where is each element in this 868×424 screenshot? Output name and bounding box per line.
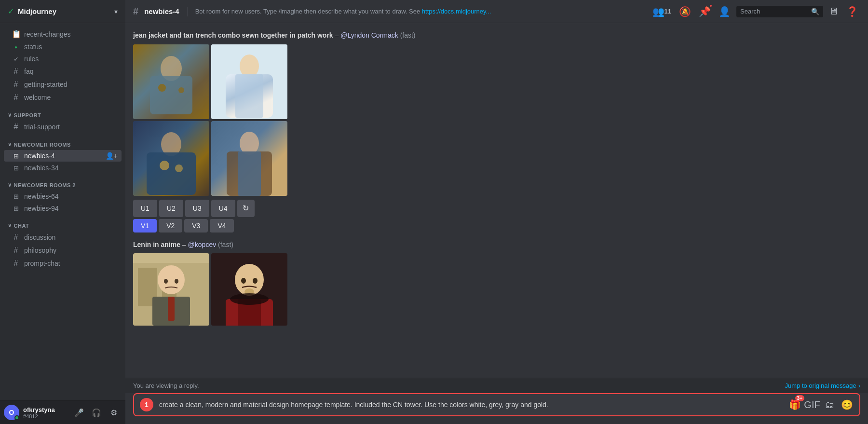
jacket-image-bl [133, 121, 209, 196]
section-header-newcomer-rooms[interactable]: ∨ NEWCOMER ROOMS [0, 134, 125, 150]
svg-point-24 [175, 279, 178, 284]
forum-icon: ⊞ [12, 164, 20, 172]
upscale-4-button[interactable]: U4 [211, 200, 235, 217]
refresh-button[interactable]: ↻ [237, 200, 255, 217]
sidebar-item-welcome[interactable]: # welcome [4, 91, 122, 104]
sidebar-item-philosophy[interactable]: # philosophy [4, 244, 122, 257]
status-icon: ● [12, 44, 20, 50]
vary-3-button[interactable]: V3 [184, 219, 208, 233]
sidebar-item-faq[interactable]: # faq [4, 65, 122, 78]
svg-point-31 [253, 278, 258, 284]
svg-rect-11 [147, 152, 196, 195]
sidebar-item-recent-changes[interactable]: 📋 recent-changes [4, 27, 122, 41]
user-tag: #4812 [23, 413, 68, 419]
sidebar-content: 📋 recent-changes ● status ✓ rules # faq … [0, 23, 125, 400]
sidebar-item-rules[interactable]: ✓ rules [4, 53, 122, 65]
section-label: NEWCOMER ROOMS [14, 142, 71, 148]
help-button[interactable]: ❓ [844, 4, 860, 19]
server-header[interactable]: ✓ Midjourney ▾ [0, 0, 125, 23]
sidebar-item-label: newbies-4 [24, 152, 102, 160]
status-dot [14, 415, 19, 420]
add-member-icon[interactable]: 👤+ [106, 152, 118, 160]
avatar-letter: O [9, 409, 14, 416]
section-header-newcomer-rooms-2[interactable]: ∨ NEWCOMER ROOMS 2 [0, 174, 125, 190]
svg-point-4 [178, 87, 184, 93]
user-bar: O ofkrystyna #4812 🎤 🎧 ⚙ [0, 400, 125, 424]
upscale-2-button[interactable]: U2 [159, 200, 183, 217]
message-input[interactable] [159, 401, 782, 409]
channel-topic: Bot room for new users. Type /imagine th… [195, 8, 645, 15]
add-member-button[interactable]: 👤 [717, 4, 732, 19]
avatar: O [4, 405, 19, 420]
channel-hash-icon: # [133, 6, 138, 17]
image-cell-br[interactable] [211, 121, 287, 196]
refresh-icon: ↻ [243, 204, 249, 213]
input-actions: 🎁 3+ GIF 🗂 😊 [788, 398, 854, 411]
recent-changes-icon: 📋 [12, 29, 20, 39]
inbox-button[interactable]: 🖥 [827, 4, 841, 19]
upscale-3-button[interactable]: U3 [185, 200, 209, 217]
inbox-icon: 🖥 [829, 6, 839, 17]
gear-icon: ⚙ [110, 408, 117, 417]
add-member-icon: 👤 [719, 6, 731, 17]
pin-button[interactable]: 📌 [697, 4, 713, 19]
search-icon: 🔍 [811, 8, 819, 15]
section-label: NEWCOMER ROOMS 2 [14, 182, 76, 188]
emoji-button[interactable]: 😊 [840, 398, 854, 411]
microphone-button[interactable]: 🎤 [71, 405, 87, 420]
jump-label: Jump to original message [785, 382, 856, 389]
upscale-1-button[interactable]: U1 [133, 200, 157, 217]
jump-chevron-icon: › [858, 382, 860, 389]
forum-icon: ⊞ [12, 152, 20, 160]
svg-point-22 [158, 265, 185, 294]
sidebar-item-getting-started[interactable]: # getting-started [4, 78, 122, 91]
sidebar-item-discussion[interactable]: # discussion [4, 231, 122, 244]
sticker-button[interactable]: 🗂 [823, 398, 836, 411]
sidebar-item-label: welcome [24, 94, 118, 101]
sidebar-item-newbies-94[interactable]: ⊞ newbies-94 [4, 203, 122, 214]
section-header-support[interactable]: ∨ SUPPORT [0, 104, 125, 120]
svg-point-3 [158, 84, 166, 92]
message-text: jean jacket and tan trench combo sewn to… [133, 31, 860, 41]
image-cell-Lenin-tr[interactable] [211, 253, 287, 326]
headphone-button[interactable]: 🎧 [89, 405, 104, 420]
image-cell-tr[interactable] [211, 44, 287, 119]
section-header-chat[interactable]: ∨ CHAT [0, 215, 125, 231]
image-cell-bl[interactable] [133, 121, 209, 196]
vary-1-button[interactable]: V1 [133, 219, 157, 233]
settings-button[interactable]: ⚙ [106, 405, 122, 420]
help-icon: ❓ [846, 6, 858, 17]
search-input[interactable] [740, 8, 807, 15]
hash-icon: # [12, 123, 20, 131]
sidebar-item-newbies-34[interactable]: ⊞ newbies-34 [4, 162, 122, 174]
server-check-icon: ✓ [8, 7, 14, 16]
message-group: jean jacket and tan trench combo sewn to… [133, 31, 860, 233]
vary-2-button[interactable]: V2 [159, 219, 182, 233]
section-label: CHAT [14, 223, 29, 229]
user-name: ofkrystyna [23, 406, 68, 413]
sidebar-item-prompt-chat[interactable]: # prompt-chat [4, 257, 122, 270]
sidebar-item-newbies-64[interactable]: ⊞ newbies-64 [4, 191, 122, 202]
message-number-badge: 1 [140, 398, 153, 411]
svg-point-12 [160, 161, 169, 170]
jacket-image-tl [133, 44, 209, 119]
bell-mute-button[interactable]: 🔕 [677, 4, 693, 19]
jump-to-original-button[interactable]: Jump to original message › [785, 382, 860, 389]
sidebar-item-trial-support[interactable]: # trial-support [4, 121, 122, 133]
headphone-icon: 🎧 [92, 408, 101, 417]
sidebar-item-label: faq [24, 68, 118, 75]
topic-link[interactable]: https://docs.midjourney... [422, 8, 491, 15]
gift-button[interactable]: 🎁 3+ [788, 398, 801, 411]
search-box[interactable]: 🔍 [736, 6, 823, 17]
gif-button[interactable]: GIF [805, 398, 819, 411]
message-text-2: Lenin in anime – @kopcev (fast) [133, 240, 860, 250]
image-cell-tl[interactable] [133, 44, 209, 119]
sidebar: ✓ Midjourney ▾ 📋 recent-changes ● status… [0, 0, 125, 424]
members-button[interactable]: 👥 11 [651, 4, 673, 19]
image-cell-Lenin-tl[interactable] [133, 253, 209, 326]
vary-4-button[interactable]: V4 [210, 219, 233, 233]
vary-buttons: V1 V2 V3 V4 [133, 219, 860, 233]
sidebar-item-status[interactable]: ● status [4, 41, 122, 53]
sidebar-item-newbies-4[interactable]: ⊞ newbies-4 👤+ [4, 150, 122, 162]
notification-count: 3+ [795, 395, 804, 401]
